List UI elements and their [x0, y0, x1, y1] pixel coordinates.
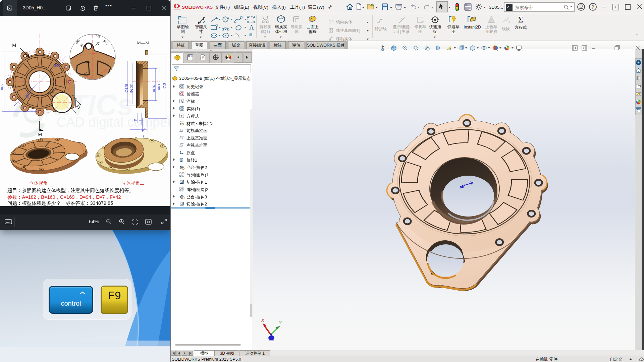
svg-text:Φ76: Φ76 [152, 85, 156, 92]
svg-text:Φ108: Φ108 [129, 84, 133, 93]
svg-text:ΦD: ΦD [157, 84, 161, 90]
svg-text:M: M [12, 43, 16, 48]
svg-text:M—M: M—M [137, 40, 150, 45]
svg-text:E: E [142, 127, 145, 131]
svg-text:题目：参照图构建立体模型，注意其中同色短线长度相等。: 题目：参照图构建立体模型，注意其中同色短线长度相等。 [7, 188, 134, 193]
svg-text:F: F [143, 134, 146, 138]
svg-text:A: A [449, 48, 451, 51]
svg-text:问题：模型体积是多少？ 标准答案：334879.85: 问题：模型体积是多少？ 标准答案：334879.85 [7, 200, 113, 206]
svg-text:CAD digital competition: CAD digital competition [56, 115, 170, 129]
svg-text:ΦB: ΦB [54, 63, 60, 68]
svg-text:Y: Y [279, 320, 282, 325]
svg-text:8: 8 [133, 119, 137, 121]
svg-text:#: # [508, 20, 510, 23]
svg-text:ΦB: ΦB [162, 83, 166, 88]
svg-text:M: M [38, 132, 42, 137]
svg-text:立体视角一: 立体视角一 [30, 181, 52, 186]
svg-text:1:1: 1:1 [147, 221, 150, 224]
svg-text:Φ118: Φ118 [124, 84, 128, 93]
svg-text:?: ? [592, 4, 594, 10]
svg-text:X: X [261, 318, 265, 323]
svg-text:A: A [180, 99, 183, 103]
svg-text:Σ: Σ [181, 114, 183, 118]
svg-text:#: # [181, 173, 182, 175]
svg-text:参数：A=182，B=160，C=169，D=94，E=7，: 参数：A=182，B=160，C=169，D=94，E=7，F=42 [7, 194, 121, 200]
svg-text:立体视角二: 立体视角二 [122, 181, 145, 186]
svg-text:3: 3 [139, 120, 142, 122]
svg-text:#: # [181, 188, 182, 190]
svg-text:2: 2 [151, 127, 152, 131]
svg-text:Σ: Σ [518, 15, 523, 24]
svg-text:ΦA: ΦA [0, 84, 4, 90]
